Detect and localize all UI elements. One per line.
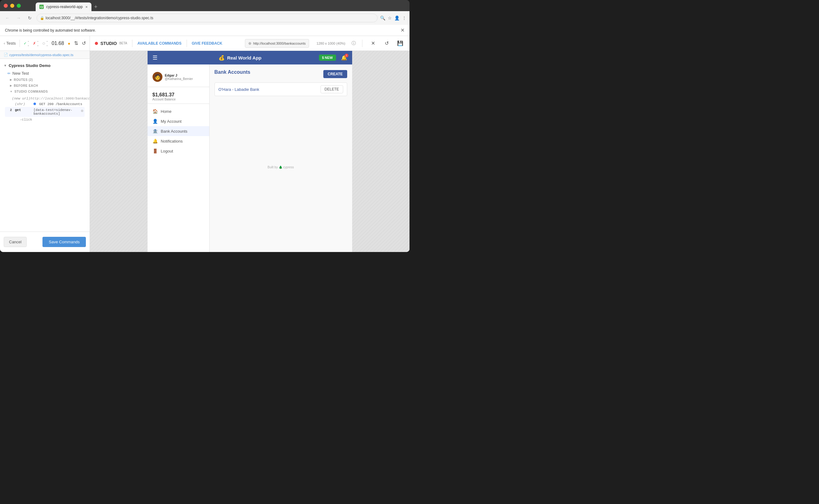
app-logo-icon: 💰	[219, 55, 225, 61]
studio-toolbar: STUDIO BETA AVAILABLE COMMANDS GIVE FEED…	[90, 36, 409, 51]
sidebar-item-home[interactable]: 🏠 Home	[148, 106, 209, 116]
app-main: Bank Accounts CREATE O'Hara - Labadie Ba…	[210, 64, 352, 252]
url-text[interactable]: localhost:3000/__/#/tests/integration/de…	[46, 16, 153, 20]
file-breadcrumb: 📄 cypress/tests/demo/cypress-studio.spec…	[0, 51, 90, 59]
address-bar-icons: 🔍 ☆ 👤 ⋮	[380, 15, 406, 20]
command-row-new-url: (new url) http://localhost:3000/bankacco…	[5, 96, 85, 101]
studio-save-button[interactable]: 💾	[396, 39, 405, 48]
fail-icon: ✗	[33, 41, 36, 46]
command-row-xhr: (xhr) GET 200 /bankAccounts	[5, 101, 85, 107]
routes-section[interactable]: ▶ ROUTES (2)	[0, 77, 90, 83]
sidebar-item-my-account[interactable]: 👤 My Account	[148, 116, 209, 126]
app-body: 🧑 Edgar J @Katharina_Bernier $1,681.37 A…	[148, 64, 352, 252]
bank-account-name[interactable]: O'Hara - Labadie Bank	[219, 87, 259, 92]
notification-bar: Chrome is being controlled by automated …	[0, 25, 409, 36]
cmd2-type: (xhr)	[15, 102, 33, 106]
timer: 01.68	[51, 41, 64, 46]
studio-close-button[interactable]: ✕	[369, 39, 377, 48]
reload-button[interactable]: ↻	[25, 14, 34, 22]
pass-status: ✓ --	[24, 39, 29, 48]
bank-account-item: O'Hara - Labadie Bank DELETE	[215, 82, 347, 96]
studio-commands-section[interactable]: ▼ STUDIO COMMANDS	[0, 89, 90, 95]
command-row-get: 2 get [data-test=sidenav-bankaccounts] ⊗	[5, 107, 85, 117]
main-content: ‹ Tests ✓ -- ✗ -- ○ -- 01.68 ● ⇅	[0, 36, 409, 252]
studio-undo-button[interactable]: ↺	[382, 39, 391, 48]
save-commands-button[interactable]: Save Commands	[42, 237, 86, 247]
sidebar-item-notifications[interactable]: 🔔 Notifications	[148, 136, 209, 146]
tests-back-button[interactable]: ‹ Tests	[4, 41, 16, 46]
available-commands-button[interactable]: AVAILABLE COMMANDS	[137, 41, 181, 46]
create-button[interactable]: CREATE	[323, 70, 347, 78]
sidebar-item-logout[interactable]: 🚪 Logout	[148, 146, 209, 156]
commands-section: (new url) http://localhost:3000/bankacco…	[0, 95, 90, 124]
orange-dot: ●	[68, 41, 70, 46]
back-button[interactable]: ←	[3, 14, 12, 22]
home-icon: 🏠	[153, 109, 158, 114]
logout-icon: 🚪	[153, 148, 158, 153]
tab-favicon: cy	[39, 5, 44, 9]
toolbar-divider	[20, 40, 20, 47]
studio-beta: BETA	[119, 42, 127, 45]
studio-commands-arrow-icon: ▼	[10, 90, 12, 93]
suite-arrow-icon: ▼	[4, 64, 7, 67]
app-logo: 💰 Real World App	[161, 55, 319, 61]
app-inner: ☰ 💰 Real World App $ NEW 🔔 1	[148, 51, 352, 252]
right-panel: STUDIO BETA AVAILABLE COMMANDS GIVE FEED…	[90, 36, 409, 252]
notification-close[interactable]: ✕	[401, 27, 405, 33]
file-path: cypress/tests/demo/cypress-studio.spec.t…	[9, 53, 73, 57]
studio-divider2	[187, 40, 187, 47]
before-each-section[interactable]: ▶ BEFORE EACH	[0, 83, 90, 89]
cmd1-num	[10, 97, 12, 100]
new-transaction-button[interactable]: $ NEW	[319, 55, 336, 61]
delete-button[interactable]: DELETE	[321, 85, 343, 93]
hamburger-icon[interactable]: ☰	[153, 54, 157, 61]
menu-icon: ⋮	[402, 15, 406, 20]
suite-header[interactable]: ▼ Cypress Studio Demo	[0, 61, 90, 70]
profile-icon: 👤	[394, 15, 400, 20]
cmd3-name: get	[15, 108, 33, 112]
fail-count: --	[37, 39, 38, 48]
pass-icon: ✓	[24, 41, 27, 46]
pass-count: --	[28, 39, 29, 48]
cypress-logo: 🌲 cypress	[279, 166, 294, 169]
studio-divider1	[132, 40, 132, 47]
studio-commands-label: STUDIO COMMANDS	[14, 90, 48, 93]
nav-notifications-label: Notifications	[161, 139, 183, 144]
user-info: 🧑 Edgar J @Katharina_Bernier	[148, 69, 209, 87]
cancel-button[interactable]: Cancel	[4, 237, 27, 247]
bookmark-icon: ☆	[388, 15, 392, 20]
routes-arrow-icon: ▶	[10, 78, 12, 81]
app-header: ☰ 💰 Real World App $ NEW 🔔 1	[148, 51, 352, 64]
refresh-icon[interactable]: ↺	[82, 40, 86, 46]
user-details: Edgar J @Katharina_Bernier	[165, 73, 193, 81]
give-feedback-button[interactable]: GIVE FEEDBACK	[192, 41, 223, 46]
sidebar-nav: 🏠 Home 👤 My Account 🏦 Bank Accounts	[148, 106, 209, 156]
balance-section: $1,681.37 Account Balance	[148, 90, 209, 104]
title-bar: cy cypress-realworld-app ✕ +	[0, 0, 409, 11]
cmd2-num	[10, 102, 15, 106]
tab-title: cypress-realworld-app	[46, 5, 83, 9]
tab-close-button[interactable]: ✕	[85, 5, 88, 9]
info-icon[interactable]: ⓘ	[352, 41, 356, 46]
new-tab-button[interactable]: +	[91, 2, 100, 11]
sidebar-item-bank-accounts[interactable]: 🏦 Bank Accounts	[148, 126, 209, 136]
app-frame: ☰ 💰 Real World App $ NEW 🔔 1	[90, 51, 409, 252]
account-icon: 👤	[153, 119, 158, 124]
built-by-label: Built by	[268, 166, 278, 169]
fail-status: ✗ --	[33, 39, 38, 48]
new-test-label: New Test	[12, 71, 29, 76]
notifications-icon: 🔔	[153, 139, 158, 144]
close-traffic-light[interactable]	[4, 4, 8, 8]
maximize-traffic-light[interactable]	[17, 4, 21, 8]
built-by-text: Built by 🌲 cypress	[215, 161, 347, 174]
minimize-traffic-light[interactable]	[10, 4, 14, 8]
forward-button[interactable]: →	[14, 14, 23, 22]
user-name: Edgar J	[165, 73, 193, 77]
browser-tab[interactable]: cy cypress-realworld-app ✕	[36, 2, 91, 11]
bank-icon: 🏦	[153, 129, 158, 134]
studio-url-bar: ⊕ http://localhost:3000/bankaccounts	[245, 39, 309, 48]
studio-dot	[95, 42, 98, 45]
cmd3-cancel-icon[interactable]: ⊗	[81, 108, 83, 113]
arrows-icon: ⇅	[74, 40, 78, 46]
routes-label: ROUTES (2)	[14, 78, 33, 82]
